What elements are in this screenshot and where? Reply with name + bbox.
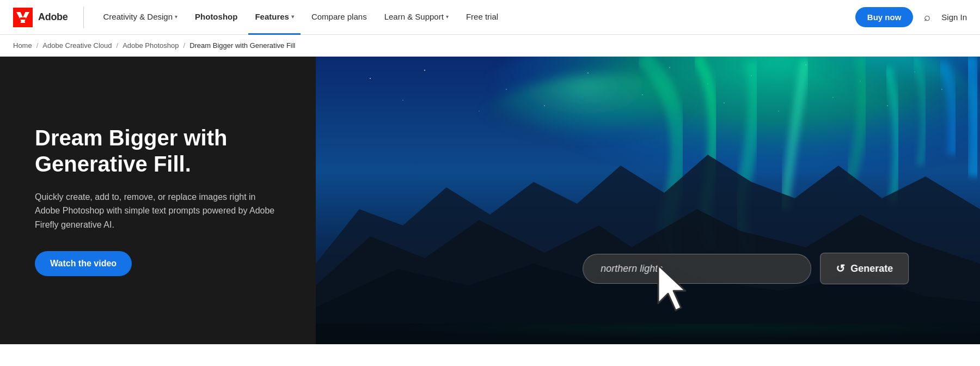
- hero-image-panel: ↺ Generate: [316, 57, 980, 344]
- svg-point-13: [402, 100, 403, 101]
- chevron-down-icon: ▾: [175, 14, 177, 20]
- breadcrumb-home[interactable]: Home: [13, 41, 32, 50]
- nav-right: Buy now ⌕ Sign In: [855, 7, 967, 27]
- nav-links: Creativity & Design ▾ Photoshop Features…: [97, 0, 855, 35]
- svg-point-3: [424, 70, 425, 71]
- hero-description: Quickly create, add to, remove, or repla…: [35, 190, 281, 232]
- generative-fill-input[interactable]: [583, 254, 811, 284]
- watch-video-button[interactable]: Watch the video: [35, 251, 132, 276]
- generate-ui-overlay: ↺ Generate: [583, 253, 909, 284]
- main-nav: Adobe Creativity & Design ▾ Photoshop Fe…: [0, 0, 980, 35]
- nav-item-photoshop[interactable]: Photoshop: [188, 0, 244, 35]
- breadcrumb-separator: /: [183, 41, 186, 50]
- svg-rect-25: [316, 324, 980, 344]
- hero-title: Dream Bigger with Generative Fill.: [35, 125, 281, 177]
- breadcrumb-photoshop[interactable]: Adobe Photoshop: [122, 41, 179, 50]
- breadcrumb: Home / Adobe Creative Cloud / Adobe Phot…: [0, 35, 980, 57]
- nav-item-features[interactable]: Features ▾: [248, 0, 301, 35]
- breadcrumb-separator: /: [36, 41, 39, 50]
- breadcrumb-current: Dream Bigger with Generative Fill: [189, 41, 295, 50]
- aurora-image: [316, 57, 980, 344]
- adobe-wordmark: Adobe: [38, 11, 68, 23]
- hero-section: Dream Bigger with Generative Fill. Quick…: [0, 57, 980, 344]
- generate-icon: ↺: [836, 262, 845, 275]
- nav-item-free-trial[interactable]: Free trial: [460, 0, 505, 35]
- svg-point-2: [370, 78, 371, 79]
- nav-item-compare[interactable]: Compare plans: [305, 0, 373, 35]
- search-icon[interactable]: ⌕: [924, 11, 930, 23]
- hero-left-panel: Dream Bigger with Generative Fill. Quick…: [0, 57, 316, 344]
- chevron-down-icon: ▾: [446, 14, 449, 20]
- nav-divider: [83, 7, 84, 28]
- breadcrumb-separator: /: [117, 41, 119, 50]
- chevron-down-icon: ▾: [291, 14, 294, 20]
- nav-item-creativity[interactable]: Creativity & Design ▾: [97, 0, 185, 35]
- adobe-logo[interactable]: Adobe: [13, 8, 68, 27]
- nav-item-learn[interactable]: Learn & Support ▾: [378, 0, 455, 35]
- breadcrumb-creative-cloud[interactable]: Adobe Creative Cloud: [42, 41, 112, 50]
- adobe-logo-icon: [13, 8, 33, 27]
- buy-now-button[interactable]: Buy now: [855, 7, 914, 27]
- generate-button[interactable]: ↺ Generate: [820, 253, 909, 284]
- sign-in-link[interactable]: Sign In: [941, 13, 967, 22]
